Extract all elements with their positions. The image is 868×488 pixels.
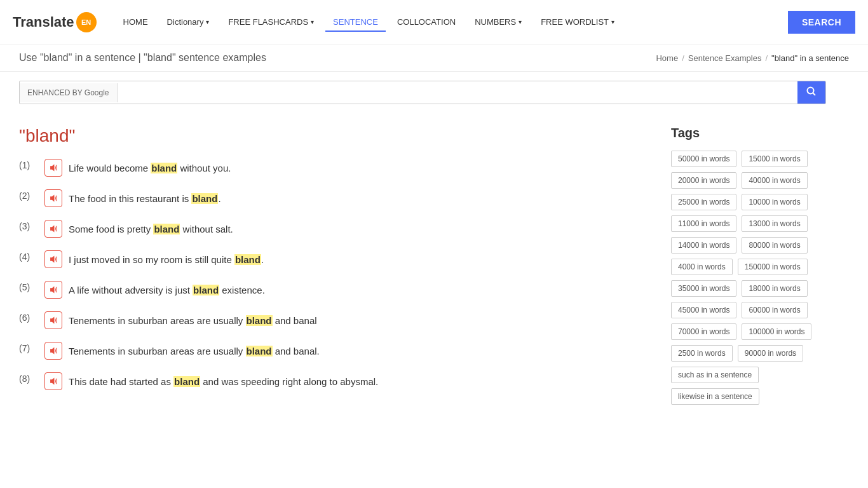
svg-marker-8 (50, 347, 54, 354)
tag-item[interactable]: 40000 in words (742, 172, 807, 189)
nav-wordlist[interactable]: FREE WORDLIST ▾ (533, 12, 622, 32)
speaker-icon (49, 255, 58, 264)
breadcrumb-home[interactable]: Home (656, 53, 678, 63)
speaker-icon (49, 224, 58, 233)
chevron-down-icon: ▾ (311, 18, 314, 25)
logo-badge: EN (76, 12, 97, 32)
search-input[interactable] (118, 83, 798, 103)
sentence-item: (7) Tenements in suburban areas are usua… (19, 342, 652, 360)
sentence-text: Some food is pretty bland without salt. (69, 220, 233, 237)
breadcrumb-sentence-examples[interactable]: Sentence Examples (688, 53, 762, 63)
word-heading: "bland" (19, 126, 652, 146)
audio-button[interactable] (44, 372, 62, 390)
sentence-item: (2) The food in this restaurant is bland… (19, 189, 652, 207)
highlighted-word: bland (151, 163, 177, 173)
tag-item[interactable]: 70000 in words (671, 323, 736, 340)
search-button[interactable]: SEARCH (788, 11, 855, 34)
audio-button[interactable] (44, 281, 62, 299)
sentence-text: Life would become bland without you. (69, 159, 231, 176)
nav-home[interactable]: HOME (116, 12, 156, 32)
tag-item[interactable]: 15000 in words (742, 151, 807, 167)
audio-button[interactable] (44, 311, 62, 329)
google-search-button[interactable] (797, 81, 825, 104)
sentence-number: (4) (19, 250, 38, 262)
tag-item[interactable]: 45000 in words (671, 302, 736, 318)
sentence-number: (3) (19, 220, 38, 231)
svg-marker-9 (50, 377, 54, 384)
page-title-bar: Use "bland" in a sentence | "bland" sent… (0, 44, 868, 72)
sentence-item: (1) Life would become bland without you. (19, 159, 652, 177)
svg-marker-3 (50, 194, 54, 201)
svg-marker-2 (50, 164, 54, 171)
tag-item[interactable]: 150000 in words (738, 259, 808, 275)
sentence-number: (8) (19, 372, 38, 384)
highlighted-word: bland (234, 254, 261, 265)
sentence-text: The food in this restaurant is bland. (69, 189, 221, 207)
svg-marker-6 (50, 286, 54, 293)
tags-title: Tags (671, 126, 849, 140)
tag-item[interactable]: 35000 in words (671, 280, 736, 297)
logo[interactable]: Translate EN (13, 12, 97, 32)
logo-text: Translate (13, 14, 74, 30)
nav-numbers[interactable]: NUMBERS ▾ (467, 12, 529, 32)
tag-item[interactable]: 60000 in words (742, 302, 807, 318)
sentence-text: Tenements in suburban areas are usually … (69, 342, 320, 359)
tag-item[interactable]: 100000 in words (742, 323, 811, 340)
nav-flashcards[interactable]: FREE FLASHCARDS ▾ (220, 12, 322, 32)
tag-item[interactable]: 25000 in words (671, 194, 736, 210)
highlighted-word: bland (153, 224, 180, 234)
tag-item[interactable]: 20000 in words (671, 172, 736, 189)
tag-item[interactable]: 80000 in words (742, 237, 807, 254)
tag-item[interactable]: 18000 in words (742, 280, 807, 297)
tag-item[interactable]: 14000 in words (671, 237, 736, 254)
nav-sentence[interactable]: SENTENCE (325, 12, 386, 32)
audio-button[interactable] (44, 342, 62, 360)
highlighted-word: bland (246, 346, 273, 356)
sentence-number: (2) (19, 189, 38, 201)
sentence-text: This date had started as bland and was s… (69, 372, 378, 390)
tag-item[interactable]: 90000 in words (738, 345, 803, 362)
content-area: "bland" (1) Life would become bland with… (19, 126, 652, 405)
sentence-item: (8) This date had started as bland and w… (19, 372, 652, 390)
nav-collocation[interactable]: COLLOCATION (390, 12, 463, 32)
svg-line-1 (813, 93, 816, 96)
speaker-icon (49, 377, 58, 386)
nav-dictionary[interactable]: Dictionary ▾ (159, 12, 217, 32)
search-icon (806, 86, 817, 97)
svg-marker-4 (50, 225, 54, 232)
tag-item[interactable]: 11000 in words (671, 215, 736, 232)
svg-marker-5 (50, 255, 54, 262)
audio-button[interactable] (44, 220, 62, 238)
sentence-text: Tenements in suburban areas are usually … (69, 311, 317, 329)
audio-button[interactable] (44, 250, 62, 268)
audio-button[interactable] (44, 189, 62, 207)
speaker-icon (49, 194, 58, 203)
speaker-icon (49, 285, 58, 294)
highlighted-word: bland (246, 315, 273, 326)
google-label: ENHANCED BY Google (20, 83, 118, 102)
tag-item[interactable]: 13000 in words (742, 215, 807, 232)
breadcrumb-sep-1: / (682, 53, 684, 63)
tag-item[interactable]: 10000 in words (742, 194, 807, 210)
tag-item[interactable]: likewise in a sentence (671, 388, 759, 405)
sidebar: Tags 50000 in words15000 in words20000 i… (671, 126, 849, 405)
breadcrumb: Home / Sentence Examples / "bland" in a … (656, 53, 849, 63)
svg-point-0 (808, 88, 814, 94)
chevron-down-icon: ▾ (611, 18, 614, 25)
sentence-number: (6) (19, 311, 38, 323)
google-search-bar: ENHANCED BY Google (19, 81, 826, 104)
audio-button[interactable] (44, 159, 62, 177)
sentence-number: (7) (19, 342, 38, 353)
main-nav: HOME Dictionary ▾ FREE FLASHCARDS ▾ SENT… (116, 12, 769, 32)
breadcrumb-sep-2: / (765, 53, 768, 63)
tag-item[interactable]: 4000 in words (671, 259, 733, 275)
sentences-container: (1) Life would become bland without you.… (19, 159, 652, 390)
sentence-item: (3) Some food is pretty bland without sa… (19, 220, 652, 238)
tag-item[interactable]: such as in a sentence (671, 367, 759, 383)
highlighted-word: bland (173, 376, 200, 387)
tag-item[interactable]: 50000 in words (671, 151, 736, 167)
chevron-down-icon: ▾ (206, 18, 209, 25)
sentence-item: (4) I just moved in so my room is still … (19, 250, 652, 268)
tag-item[interactable]: 2500 in words (671, 345, 733, 362)
speaker-icon (49, 163, 58, 172)
